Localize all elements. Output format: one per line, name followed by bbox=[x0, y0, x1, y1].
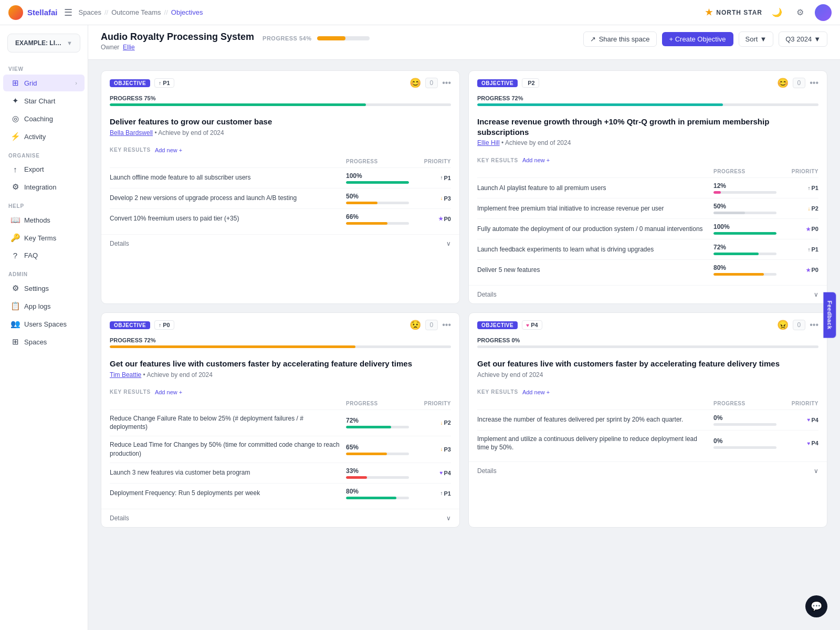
more-options-button[interactable]: ••• bbox=[810, 78, 818, 88]
priority-arrow-icon: ♥ bbox=[526, 322, 529, 328]
breadcrumb-objectives[interactable]: Objectives bbox=[171, 8, 203, 16]
sidebar-item-integration[interactable]: ⚙ Integration bbox=[3, 178, 85, 195]
details-row[interactable]: Details ∨ bbox=[101, 234, 459, 253]
quarter-selector[interactable]: Q3 2024 ▼ bbox=[779, 32, 827, 47]
create-objective-button[interactable]: + Create Objective bbox=[662, 32, 733, 46]
sidebar-item-export[interactable]: ↑ Export bbox=[3, 161, 85, 177]
kr-name: Deployment Frequency: Run 5 deployments … bbox=[110, 489, 346, 498]
breadcrumb-spaces[interactable]: Spaces bbox=[79, 8, 101, 16]
objective-title: Get our features live with customers fas… bbox=[477, 359, 818, 369]
sidebar-item-app-logs[interactable]: 📋 App logs bbox=[3, 298, 85, 314]
card-header: OBJECTIVE ↑ P1 😊 0 ••• bbox=[101, 71, 459, 93]
owner-row: Owner Ellie bbox=[101, 44, 370, 51]
moon-icon[interactable]: 🌙 bbox=[769, 4, 785, 21]
details-row[interactable]: Details ∨ bbox=[469, 285, 827, 303]
kr-progress-cell: 33% bbox=[346, 467, 409, 479]
project-info: Audio Royalty Processing System PROGRESS… bbox=[101, 32, 370, 51]
kr-priority: ↓ P3 bbox=[409, 446, 451, 453]
count-badge: 0 bbox=[793, 78, 806, 88]
integration-icon: ⚙ bbox=[10, 182, 20, 192]
owner-link[interactable]: Ellie bbox=[123, 44, 135, 51]
kr-col-headers: PROGRESS PRIORITY bbox=[477, 169, 818, 177]
kr-row: Implement free premium trial initiative … bbox=[477, 198, 818, 218]
chevron-right-icon: › bbox=[75, 80, 77, 86]
sidebar-item-label-export: Export bbox=[24, 165, 44, 173]
objective-meta: Ellie Hill • Achieve by end of 2024 bbox=[477, 139, 818, 146]
kr-row: Develop 2 new versions of upgrade proces… bbox=[110, 188, 451, 208]
progress-text: PROGRESS 75% bbox=[110, 95, 451, 101]
objective-badge: OBJECTIVE bbox=[477, 79, 518, 87]
kr-row: Fully automate the deployment of our pro… bbox=[477, 218, 818, 239]
share-icon: ↗ bbox=[590, 35, 596, 43]
sidebar-item-methods[interactable]: 📖 Methods bbox=[3, 212, 85, 228]
owner-link[interactable]: Bella Bardswell bbox=[110, 129, 153, 136]
kr-progress-cell: 72% bbox=[346, 417, 409, 428]
objective-badge: OBJECTIVE bbox=[110, 321, 150, 329]
feedback-tab[interactable]: Feedback bbox=[824, 292, 836, 338]
card-body: Deliver features to grow our customer ba… bbox=[101, 111, 459, 142]
priority-badge: ↑ P0 bbox=[154, 320, 174, 330]
more-options-button[interactable]: ••• bbox=[442, 78, 451, 88]
settings-icon[interactable]: ⚙ bbox=[792, 4, 808, 21]
card-body: Get our features live with customers fas… bbox=[101, 353, 459, 384]
progress-text: PROGRESS 72% bbox=[477, 95, 818, 101]
more-options-button[interactable]: ••• bbox=[442, 320, 451, 330]
add-new-kr-button[interactable]: Add new + bbox=[522, 389, 550, 395]
sidebar-item-grid[interactable]: ⊞ Grid › bbox=[3, 75, 85, 91]
kr-priority: ↑ P1 bbox=[776, 246, 818, 253]
kr-priority: ↑ P1 bbox=[409, 490, 451, 497]
progress-section: PROGRESS 72% bbox=[101, 335, 459, 353]
progress-row: PROGRESS 54% bbox=[262, 35, 369, 41]
objective-badge: OBJECTIVE bbox=[110, 79, 150, 87]
kr-label: KEY RESULTS bbox=[110, 389, 151, 395]
share-button[interactable]: ↗ Share this space bbox=[583, 32, 657, 47]
status-emoji: 😊 bbox=[777, 77, 789, 89]
kr-section: KEY RESULTS Add new + PROGRESS PRIORITY … bbox=[101, 142, 459, 234]
progress-label: PROGRESS 54% bbox=[262, 35, 311, 41]
kr-header: KEY RESULTS Add new + bbox=[110, 147, 451, 153]
more-options-button[interactable]: ••• bbox=[810, 320, 818, 330]
owner-link[interactable]: Tim Beattie bbox=[110, 371, 141, 379]
priority-badge: ♥ P4 bbox=[522, 320, 542, 330]
logo: Stellafai bbox=[8, 5, 58, 20]
kr-name: Launch AI playlist feature to all premiu… bbox=[477, 184, 713, 193]
details-row[interactable]: Details ∨ bbox=[469, 461, 827, 480]
card-body: Get our features live with customers fas… bbox=[469, 353, 827, 384]
kr-progress-cell: 50% bbox=[346, 193, 409, 204]
priority-arrow-icon: ↑ bbox=[159, 80, 161, 86]
add-new-kr-button[interactable]: Add new + bbox=[155, 389, 182, 395]
breadcrumb-outcome-teams[interactable]: Outcome Teams bbox=[111, 8, 161, 16]
kr-row: Deliver 5 new features 80% ★ P0 bbox=[477, 259, 818, 280]
sidebar-item-label-key-terms: Key Terms bbox=[24, 234, 56, 242]
workspace-selector[interactable]: EXAMPLE: LISTE... ▼ bbox=[7, 34, 80, 52]
north-star: ★ NORTH STAR bbox=[705, 7, 762, 17]
sidebar-item-activity[interactable]: ⚡ Activity bbox=[3, 128, 85, 145]
top-bar: Stellafai ☰ Spaces // Outcome Teams // O… bbox=[0, 0, 840, 25]
sort-button[interactable]: Sort ▼ bbox=[739, 32, 774, 47]
sidebar-item-faq[interactable]: ? FAQ bbox=[3, 247, 85, 264]
sidebar-item-coaching[interactable]: ◎ Coaching bbox=[3, 110, 85, 127]
kr-section: KEY RESULTS Add new + PROGRESS PRIORITY … bbox=[101, 384, 459, 509]
chat-bubble[interactable]: 💬 bbox=[805, 595, 827, 617]
objective-title: Increase revenue growth through +10% Qtr… bbox=[477, 117, 818, 137]
avatar[interactable] bbox=[815, 4, 832, 21]
sidebar-item-label-methods: Methods bbox=[24, 216, 50, 224]
sidebar-item-star-chart[interactable]: ✦ Star Chart bbox=[3, 92, 85, 109]
progress-bar-fill bbox=[317, 36, 345, 40]
owner-label: Owner bbox=[101, 44, 119, 51]
kr-progress-cell: 100% bbox=[713, 223, 776, 235]
sidebar-item-settings[interactable]: ⚙ Settings bbox=[3, 280, 85, 297]
add-new-kr-button[interactable]: Add new + bbox=[522, 157, 550, 163]
hamburger-icon[interactable]: ☰ bbox=[64, 7, 72, 18]
sidebar-item-spaces[interactable]: ⊞ Spaces bbox=[3, 333, 85, 350]
kr-name: Launch feedback experiments to learn wha… bbox=[477, 245, 713, 254]
details-row[interactable]: Details ∨ bbox=[101, 509, 459, 527]
sidebar-item-users-spaces[interactable]: 👥 Users Spaces bbox=[3, 316, 85, 332]
add-new-kr-button[interactable]: Add new + bbox=[155, 147, 182, 153]
card-header-right: 😠 0 ••• bbox=[777, 319, 819, 331]
owner-link[interactable]: Ellie Hill bbox=[477, 139, 500, 146]
chevron-down-icon: ∨ bbox=[446, 514, 451, 522]
sidebar-item-key-terms[interactable]: 🔑 Key Terms bbox=[3, 229, 85, 246]
progress-track bbox=[477, 345, 818, 348]
users-spaces-icon: 👥 bbox=[10, 319, 20, 329]
